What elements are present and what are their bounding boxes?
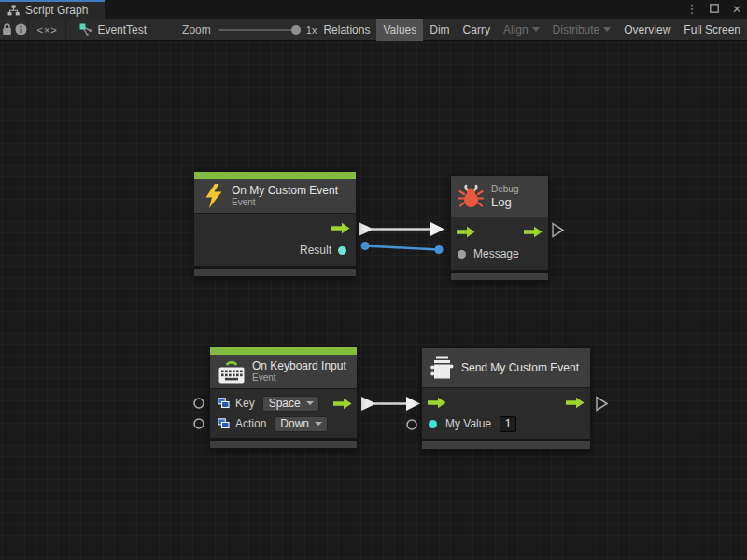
key-dropdown[interactable]: Space xyxy=(262,396,319,412)
graph-reference-name: EventTest xyxy=(97,23,147,36)
chevron-down-icon xyxy=(603,27,611,32)
window-maximize-icon[interactable] xyxy=(708,0,721,19)
flow-output-port[interactable] xyxy=(524,226,543,238)
node-subtitle: Event xyxy=(232,197,338,208)
script-graph-window: Script Graph ⋮ ✕ xyxy=(0,0,747,560)
node-title: Send My Custom Event xyxy=(461,361,579,374)
loose-flow-triangle-send-event xyxy=(597,398,607,411)
carry-button[interactable]: Carry xyxy=(457,19,497,41)
action-port-label: Action xyxy=(235,417,266,430)
graph-reference[interactable]: EventTest xyxy=(66,19,147,40)
message-value-port[interactable] xyxy=(458,250,466,259)
window-cascade-icon xyxy=(218,398,230,409)
message-port-label: Message xyxy=(473,247,519,260)
keyboard-icon xyxy=(218,358,246,385)
node-header[interactable]: Send My Custom Event xyxy=(422,348,590,388)
distribute-label: Distribute xyxy=(553,23,600,36)
flow-output-port[interactable] xyxy=(566,397,585,409)
result-port-label: Result xyxy=(300,244,331,257)
align-label: Align xyxy=(503,23,529,36)
values-label: Values xyxy=(383,23,416,36)
graph-canvas[interactable]: On My Custom Event Event Result xyxy=(0,42,747,560)
zoom-slider-knob[interactable] xyxy=(291,25,301,35)
window-controls: ⋮ ✕ xyxy=(685,0,743,19)
carry-label: Carry xyxy=(463,23,490,36)
zoom-label: Zoom xyxy=(182,23,211,36)
node-title: Log xyxy=(491,195,518,209)
lock-button[interactable] xyxy=(0,19,14,40)
node-on-keyboard-input[interactable]: On Keyboard Input Event Key Space xyxy=(209,346,358,449)
chevron-down-icon xyxy=(306,401,314,405)
tab-script-graph[interactable]: Script Graph xyxy=(0,2,105,19)
key-dropdown-value: Space xyxy=(269,397,301,410)
node-debug-log[interactable]: Debug Log Message xyxy=(450,175,549,281)
tab-bar: Script Graph ⋮ ✕ xyxy=(0,0,747,19)
event-accent-bar xyxy=(194,172,356,179)
relations-button[interactable]: Relations xyxy=(317,19,376,41)
node-header[interactable]: On Keyboard Input Event xyxy=(210,355,357,389)
chevron-down-icon xyxy=(532,27,540,32)
loose-port-circle-key xyxy=(194,399,204,408)
node-header[interactable]: Debug Log xyxy=(451,176,548,217)
loose-port-circle-my-value xyxy=(407,420,416,429)
values-button[interactable]: Values xyxy=(376,19,423,41)
result-value-port[interactable] xyxy=(338,246,346,255)
lightning-bolt-icon xyxy=(204,183,224,209)
window-close-icon[interactable]: ✕ xyxy=(730,0,743,19)
loose-flow-triangle-debug-log xyxy=(553,224,563,237)
node-footer xyxy=(422,439,590,449)
flow-input-port[interactable] xyxy=(457,226,475,238)
dim-label: Dim xyxy=(430,23,449,36)
dim-button[interactable]: Dim xyxy=(423,19,456,41)
node-subtitle: Event xyxy=(252,372,346,384)
node-footer xyxy=(194,266,356,276)
connection-flow-bottom xyxy=(361,397,420,411)
zoom-slider[interactable] xyxy=(218,29,299,31)
chevron-down-icon xyxy=(315,422,322,426)
node-send-my-custom-event[interactable]: Send My Custom Event My Value 1 xyxy=(421,347,591,450)
flow-output-port[interactable] xyxy=(333,398,352,410)
my-value-input[interactable]: 1 xyxy=(500,416,516,432)
fullscreen-label: Full Screen xyxy=(684,23,740,36)
node-footer xyxy=(451,270,548,280)
my-value-port[interactable] xyxy=(429,420,437,428)
flow-output-port[interactable] xyxy=(331,222,350,234)
action-dropdown-value: Down xyxy=(280,417,309,430)
node-title: On Keyboard Input xyxy=(252,359,346,372)
zoom-value: 1x xyxy=(306,24,317,35)
flow-input-port[interactable] xyxy=(428,397,446,409)
bug-icon xyxy=(458,184,484,209)
event-accent-bar xyxy=(210,347,357,355)
overview-label: Overview xyxy=(624,23,670,36)
node-title: On My Custom Event xyxy=(232,184,338,197)
node-header[interactable]: On My Custom Event Event xyxy=(194,179,356,214)
window-cascade-icon xyxy=(218,418,230,429)
zoom-control: Zoom 1x xyxy=(182,19,317,40)
align-button[interactable]: Align xyxy=(497,19,546,41)
loose-port-circle-action xyxy=(194,419,204,428)
my-value-port-label: My Value xyxy=(445,417,491,430)
overview-button[interactable]: Overview xyxy=(617,19,677,41)
preview-code-button[interactable]: <×> xyxy=(29,19,66,40)
node-surtitle: Debug xyxy=(491,184,518,195)
info-icon xyxy=(15,23,27,35)
inspect-button[interactable] xyxy=(14,19,28,40)
tab-title: Script Graph xyxy=(25,4,88,17)
connection-flow-top xyxy=(359,222,444,236)
lock-icon xyxy=(2,23,12,35)
relations-label: Relations xyxy=(323,23,370,36)
node-footer xyxy=(210,438,357,448)
connection-value-top xyxy=(360,242,443,254)
distribute-button[interactable]: Distribute xyxy=(546,19,618,41)
connections-layer xyxy=(0,42,747,560)
graph-hierarchy-icon xyxy=(7,5,20,16)
event-machine-icon xyxy=(430,354,454,382)
graph-toolbar: <×> EventTest Zoom 1x Relations Values xyxy=(0,19,747,41)
window-menu-icon[interactable]: ⋮ xyxy=(685,0,698,19)
graph-asset-icon xyxy=(79,23,92,36)
fullscreen-button[interactable]: Full Screen xyxy=(677,19,747,41)
node-on-my-custom-event[interactable]: On My Custom Event Event Result xyxy=(193,171,357,277)
action-dropdown[interactable]: Down xyxy=(274,416,328,432)
key-port-label: Key xyxy=(235,397,255,410)
toolbar-buttons: Relations Values Dim Carry Align Distrib… xyxy=(317,19,747,40)
